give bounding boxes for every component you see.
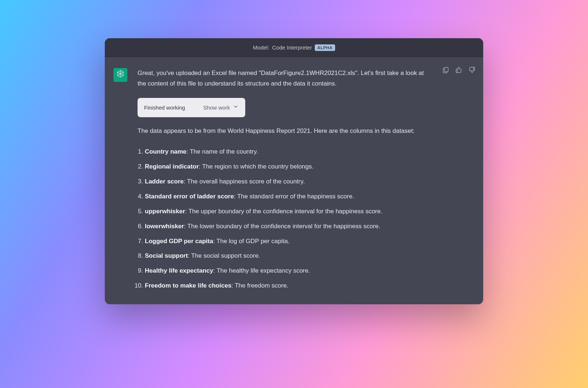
thumbs-down-icon	[468, 66, 476, 75]
assistant-logo-icon	[116, 70, 125, 80]
field-term: Healthy life expectancy	[145, 267, 213, 274]
list-item: Standard error of ladder score: The stan…	[145, 189, 431, 204]
field-term: Country name	[145, 148, 186, 155]
chevron-down-icon	[233, 103, 239, 112]
copy-button[interactable]	[442, 67, 450, 75]
message-content: Great, you've uploaded an Excel file nam…	[138, 68, 474, 293]
field-desc: : The freedom score.	[231, 282, 289, 289]
assistant-avatar	[114, 68, 127, 82]
show-work-label: Show work	[203, 103, 230, 112]
list-item: Logged GDP per capita: The log of GDP pe…	[145, 234, 431, 249]
field-term: Standard error of ladder score	[145, 193, 234, 200]
chat-card: Model: Code Interpreter ALPHA Great, you…	[105, 38, 483, 304]
model-name: Code Interpreter	[272, 44, 312, 51]
field-term: Regional indicator	[145, 163, 199, 170]
thumbs-up-icon	[455, 66, 462, 75]
field-desc: : The upper boundary of the confidence i…	[185, 208, 382, 215]
field-term: Ladder score	[145, 178, 184, 185]
clipboard-icon	[442, 66, 449, 75]
columns-list: Country name: The name of the country. R…	[138, 144, 431, 293]
field-desc: : The social support score.	[188, 252, 260, 259]
field-desc: : The lower boundary of the confidence i…	[184, 223, 380, 230]
message-actions	[442, 67, 476, 75]
list-item: Ladder score: The overall happiness scor…	[145, 174, 431, 189]
field-term: Social support	[145, 252, 188, 259]
field-desc: : The overall happiness score of the cou…	[184, 178, 305, 185]
field-desc: : The standard error of the happiness sc…	[234, 193, 354, 200]
list-item: Country name: The name of the country.	[145, 144, 431, 159]
field-desc: : The log of GDP per capita.	[213, 238, 290, 245]
show-work-toggle[interactable]: Finished working Show work	[138, 98, 245, 118]
work-status-label: Finished working	[144, 103, 185, 112]
field-term: lowerwhisker	[145, 223, 184, 230]
list-item: Healthy life expectancy: The healthy lif…	[145, 264, 431, 278]
thumbs-down-button[interactable]	[468, 67, 476, 75]
field-desc: : The region to which the country belong…	[199, 163, 313, 170]
svg-rect-0	[445, 67, 448, 72]
list-item: upperwhisker: The upper boundary of the …	[145, 204, 431, 219]
assistant-message: Great, you've uploaded an Excel file nam…	[105, 57, 483, 304]
after-work-paragraph: The data appears to be from the World Ha…	[138, 126, 431, 136]
list-item: lowerwhisker: The lower boundary of the …	[145, 219, 431, 234]
field-term: upperwhisker	[145, 208, 185, 215]
field-term: Freedom to make life choices	[145, 282, 231, 289]
list-item: Freedom to make life choices: The freedo…	[145, 278, 431, 293]
thumbs-up-button[interactable]	[455, 67, 463, 75]
field-term: Logged GDP per capita	[145, 238, 213, 245]
list-item: Social support: The social support score…	[145, 249, 431, 264]
intro-paragraph: Great, you've uploaded an Excel file nam…	[138, 68, 431, 89]
model-prefix: Model:	[253, 44, 269, 51]
list-item: Regional indicator: The region to which …	[145, 159, 431, 174]
field-desc: : The healthy life expectancy score.	[213, 267, 310, 274]
field-desc: : The name of the country.	[186, 148, 258, 155]
model-header: Model: Code Interpreter ALPHA	[105, 38, 483, 57]
alpha-badge: ALPHA	[315, 44, 335, 51]
